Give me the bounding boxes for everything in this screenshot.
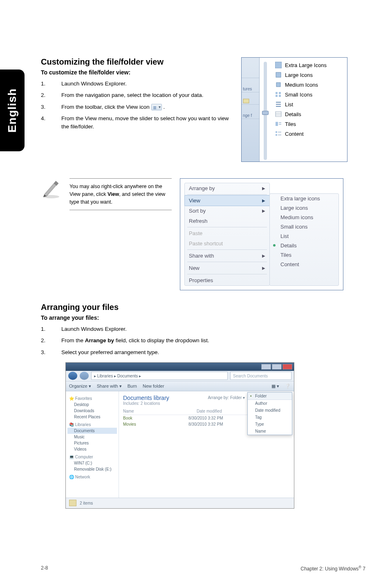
- explorer-body: ⭐ Favorites Desktop Downloads Recent Pla…: [66, 391, 294, 498]
- svg-rect-4: [276, 92, 278, 94]
- arrange-by-field[interactable]: Arrange by: Folder ▾: [208, 395, 245, 400]
- svg-rect-19: [276, 134, 277, 136]
- section1-row: Customizing the file/folder view To cust…: [41, 57, 365, 162]
- folder-stub-icon: [243, 98, 249, 103]
- nav-downloads[interactable]: Downloads: [67, 408, 117, 414]
- minimize-button[interactable]: [261, 364, 271, 370]
- opt-extra-large[interactable]: Extra Large Icons: [273, 60, 345, 70]
- opt-medium[interactable]: Medium Icons: [273, 80, 345, 90]
- sub-sm[interactable]: Small icons: [270, 222, 338, 231]
- cm-properties[interactable]: Properties: [185, 275, 269, 285]
- language-label: English: [6, 88, 19, 132]
- search-input[interactable]: Search Documents: [230, 372, 291, 380]
- opt-tiles[interactable]: Tiles: [273, 119, 345, 129]
- opt-details[interactable]: Details: [273, 109, 345, 119]
- nav-pictures[interactable]: Pictures: [67, 440, 117, 446]
- status-text: 2 items: [80, 501, 93, 505]
- opt-content[interactable]: Content: [273, 129, 345, 139]
- cm-share[interactable]: Share with▶: [185, 251, 269, 261]
- context-submenu: Extra large icons Large icons Medium ico…: [269, 193, 339, 286]
- nav-recent[interactable]: Recent Places: [67, 414, 117, 420]
- svg-rect-6: [276, 95, 278, 97]
- cm-arrange[interactable]: Arrange by▶: [185, 183, 269, 193]
- drop-date[interactable]: Date modified: [248, 407, 292, 414]
- nav-music[interactable]: Music: [67, 434, 117, 440]
- drop-author[interactable]: Author: [248, 400, 292, 407]
- sub-tiles[interactable]: Tiles: [270, 250, 338, 260]
- slider-thumb[interactable]: [262, 111, 269, 115]
- section1-text: Customizing the file/folder view To cust…: [41, 57, 233, 134]
- cm-new[interactable]: New▶: [185, 263, 269, 273]
- col-name[interactable]: Name: [123, 409, 172, 413]
- opt-large[interactable]: Large Icons: [273, 70, 345, 80]
- view-toggle[interactable]: ▦ ▾: [271, 384, 279, 389]
- back-button[interactable]: [68, 372, 77, 380]
- grp-fav: ⭐ Favorites: [69, 396, 117, 401]
- chevron-right-icon: ▶: [262, 186, 265, 191]
- view-slider[interactable]: [264, 62, 267, 160]
- sub-content[interactable]: Content: [270, 260, 338, 269]
- explorer-mock: ▸ Libraries ▸ Documents ▸ Search Documen…: [65, 362, 294, 509]
- medium-icon: [275, 81, 282, 88]
- forward-button[interactable]: [80, 372, 89, 380]
- new-folder-button[interactable]: New folder: [143, 384, 164, 388]
- drop-tag[interactable]: Tag: [248, 414, 292, 421]
- section2-heading: Arranging your files: [41, 303, 365, 312]
- help-icon[interactable]: ❔: [285, 384, 291, 389]
- section1-steps: 1.Launch Windows Explorer. 2.From the na…: [41, 80, 233, 131]
- opt-list[interactable]: List: [273, 99, 345, 109]
- list-icon: [275, 101, 282, 108]
- section2-subheading: To arrange your files:: [41, 314, 365, 321]
- note-text: You may also right-click anywhere on the…: [69, 178, 172, 210]
- step1: 1.Launch Windows Explorer.: [41, 80, 233, 88]
- opt-small[interactable]: Small Icons: [273, 90, 345, 99]
- extra-large-icon: [275, 62, 282, 68]
- cm-view[interactable]: View▶: [184, 195, 270, 206]
- chevron-right-icon: ▶: [262, 209, 265, 213]
- content-pane: Documents library Includes: 2 locations …: [119, 391, 294, 498]
- cm-refresh[interactable]: Refresh: [185, 216, 269, 226]
- nav-removable[interactable]: Removable Disk (E:): [67, 466, 117, 472]
- tiles-icon: [275, 121, 282, 127]
- drop-folder[interactable]: Folder: [248, 393, 292, 400]
- s2-step2: 2. From the Arrange by field, click to d…: [41, 337, 365, 345]
- drop-type[interactable]: Type: [248, 421, 292, 428]
- sub-details[interactable]: Details: [270, 241, 338, 250]
- breadcrumb[interactable]: ▸ Libraries ▸ Documents ▸: [91, 372, 228, 380]
- share-menu[interactable]: Share with ▾: [97, 384, 122, 389]
- sub-list[interactable]: List: [270, 231, 338, 241]
- burn-button[interactable]: Burn: [128, 384, 137, 388]
- cm-sort[interactable]: Sort by▶: [185, 206, 269, 216]
- section2: Arranging your files To arrange your fil…: [41, 303, 365, 509]
- nav-videos[interactable]: Videos: [67, 446, 117, 452]
- close-button[interactable]: [282, 364, 292, 370]
- page-content: Customizing the file/folder view To cust…: [41, 57, 365, 509]
- chapter-label: Chapter 2: Using Windows® 7: [300, 565, 365, 572]
- step4: 4.From the View menu, move the slider to…: [41, 114, 233, 131]
- svg-rect-11: [276, 112, 281, 117]
- svg-rect-5: [279, 92, 281, 94]
- section2-steps: 1.Launch Windows Explorer. 2. From the A…: [41, 325, 365, 357]
- sub-xl[interactable]: Extra large icons: [270, 194, 338, 203]
- grp-comp: 💻 Computer: [69, 455, 117, 459]
- language-tab: English: [0, 70, 25, 151]
- nav-desktop[interactable]: Desktop: [67, 402, 117, 408]
- folder-status-icon: [69, 500, 76, 506]
- col-date[interactable]: Date modified: [197, 409, 246, 413]
- drop-name[interactable]: Name: [248, 428, 292, 435]
- svg-rect-7: [279, 95, 281, 97]
- maximize-button[interactable]: [272, 364, 282, 370]
- svg-rect-3: [276, 83, 280, 87]
- note-row: You may also right-click anywhere on the…: [41, 178, 365, 290]
- sub-md[interactable]: Medium icons: [270, 213, 338, 222]
- organize-menu[interactable]: Organize ▾: [69, 384, 91, 389]
- context-left: Arrange by▶ View▶ Sort by▶ Refresh Paste…: [184, 183, 270, 286]
- svg-rect-2: [276, 72, 281, 77]
- cm-paste: Paste: [185, 228, 269, 238]
- nav-win7[interactable]: WIN7 (C:): [67, 460, 117, 466]
- view-options-list: Extra Large Icons Large Icons Medium Ico…: [271, 58, 347, 162]
- nav-documents[interactable]: Documents: [67, 428, 117, 434]
- sub-lg[interactable]: Large icons: [270, 203, 338, 213]
- details-icon: [275, 111, 282, 117]
- cm-paste-shortcut: Paste shortcut: [185, 238, 269, 249]
